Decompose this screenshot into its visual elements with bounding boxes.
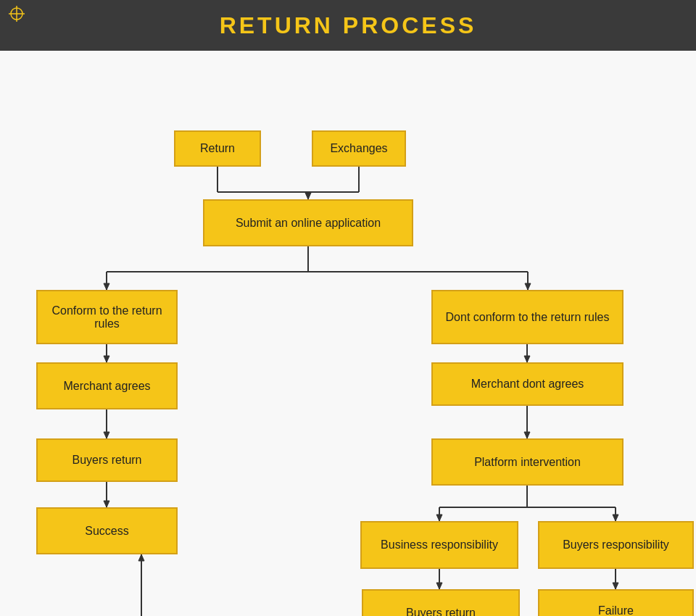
svg-marker-19 [104,501,109,507]
buyers-return-left-box: Buyers return [36,438,178,482]
return-box: Return [174,130,261,167]
page-title: RETURN PROCESS [220,12,477,39]
svg-marker-37 [613,583,618,589]
crosshair-icon [9,6,25,22]
merchant-agrees-box: Merchant agrees [36,362,178,409]
main-content: Return Exchanges Submit an online applic… [0,51,696,616]
header: RETURN PROCESS [0,0,696,51]
svg-marker-27 [524,432,530,438]
svg-marker-35 [436,583,442,589]
conform-box: Conform to the return rules [36,290,178,344]
business-resp-box: Business responsibility [360,521,518,569]
svg-marker-31 [436,515,442,521]
svg-marker-11 [104,283,109,290]
svg-marker-13 [525,283,531,290]
svg-marker-17 [104,432,109,438]
exchanges-box: Exchanges [312,130,406,167]
success-box: Success [36,507,178,554]
platform-box: Platform intervention [431,438,624,486]
svg-marker-7 [305,193,311,199]
failure-box: Failure [538,589,694,616]
buyers-return-right-box: Buyers return [362,589,520,616]
flowchart: Return Exchanges Submit an online applic… [0,51,696,616]
merchant-dont-box: Merchant dont agrees [431,362,624,406]
svg-marker-25 [524,356,530,362]
submit-box: Submit an online application [203,199,413,246]
dont-conform-box: Dont conform to the return rules [431,290,624,344]
svg-marker-15 [104,356,109,362]
svg-marker-23 [138,554,144,561]
buyers-resp-box: Buyers responsibility [538,521,694,569]
svg-marker-33 [613,515,618,521]
